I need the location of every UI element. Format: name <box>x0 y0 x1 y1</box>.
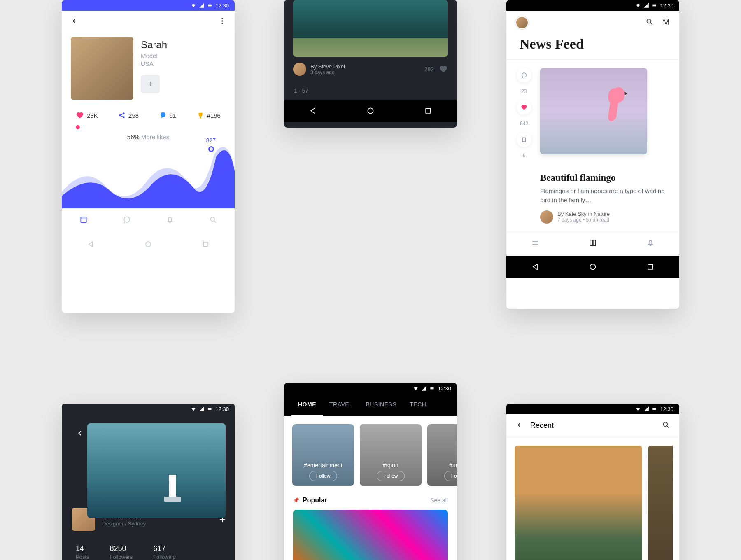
nav-recent-icon[interactable] <box>646 263 655 271</box>
avatar[interactable] <box>515 16 529 29</box>
cat-sport[interactable]: #sport Follow <box>360 424 422 486</box>
post-title[interactable]: Beautiful flamingo <box>506 173 679 183</box>
menu-icon[interactable] <box>531 239 539 249</box>
search-icon[interactable] <box>662 421 670 431</box>
nav-home-icon[interactable] <box>589 263 597 271</box>
follow-button[interactable]: Follow <box>377 471 405 481</box>
nav-back-icon[interactable] <box>309 107 317 115</box>
add-button[interactable]: + <box>141 75 160 93</box>
avatar[interactable] <box>71 37 133 100</box>
hero-image[interactable] <box>293 510 448 560</box>
status-time: 12:30 <box>215 406 229 412</box>
tab-travel[interactable]: TRAVEL <box>323 394 359 416</box>
cat-urban[interactable]: #urban Follow <box>427 424 457 486</box>
category-tabs: HOME TRAVEL BUSINESS TECH <box>284 394 457 416</box>
follow-button[interactable]: Follow <box>309 471 338 481</box>
svg-point-3 <box>221 20 223 21</box>
status-time: 12:30 <box>660 406 673 412</box>
tab-tech[interactable]: TECH <box>403 394 433 416</box>
wifi-icon <box>635 406 641 412</box>
comments-count: 91 <box>170 112 177 119</box>
bell-icon[interactable] <box>646 239 655 249</box>
battery-icon <box>652 2 657 8</box>
nav-home-icon[interactable] <box>366 107 375 115</box>
rank: #196 <box>207 112 221 119</box>
svg-rect-22 <box>648 264 653 269</box>
gallery-image-1[interactable] <box>515 446 642 560</box>
status-time: 12:30 <box>660 2 673 9</box>
author-name: By Kate Sky in Nature <box>557 211 610 217</box>
post-detail-dark: By Steve Pixel 3 days ago 282 1 · 57 <box>284 0 457 128</box>
status-bar: 12:30 <box>506 0 679 11</box>
view-count: 282 <box>424 66 434 72</box>
post-image[interactable] <box>540 68 647 154</box>
tab-home[interactable] <box>79 216 88 226</box>
profile-country: USA <box>141 60 167 67</box>
author-block[interactable]: By Steve Pixel 3 days ago <box>293 63 345 76</box>
system-nav <box>284 100 457 122</box>
tab-search[interactable] <box>209 216 217 226</box>
nav-recent-icon[interactable] <box>202 240 210 248</box>
tab-bell[interactable] <box>166 216 174 226</box>
tab-chat[interactable] <box>123 216 131 226</box>
status-bar: 12:30 <box>284 383 457 394</box>
header <box>62 11 235 33</box>
status-bar: 12:30 <box>62 0 235 11</box>
status-bar: 12:30 <box>62 404 235 414</box>
svg-rect-23 <box>208 408 212 410</box>
follow-button[interactable]: Follow <box>444 471 457 481</box>
heart-icon[interactable] <box>439 65 448 74</box>
battery-icon <box>207 2 213 8</box>
page-title: News Feed <box>506 35 679 59</box>
back-icon[interactable] <box>515 421 523 430</box>
see-all-link[interactable]: See all <box>430 497 448 504</box>
svg-point-17 <box>663 20 664 21</box>
heart-icon <box>76 111 84 119</box>
back-icon[interactable] <box>76 429 84 439</box>
system-nav <box>62 232 235 256</box>
signal-icon <box>421 385 427 391</box>
more-icon[interactable] <box>218 17 226 27</box>
comment-icon <box>159 112 167 119</box>
comments-chip[interactable] <box>517 68 531 83</box>
slider-handle[interactable] <box>76 125 80 129</box>
svg-rect-12 <box>204 242 208 247</box>
chart-wave <box>62 142 235 208</box>
profile-role: Designer / Sydney <box>102 520 146 527</box>
stat-following[interactable]: 617Following <box>153 544 176 560</box>
battery-icon <box>429 385 435 391</box>
section-title: 📌Popular <box>293 497 327 504</box>
settings-icon[interactable] <box>662 18 670 28</box>
stat-followers[interactable]: 8250Followers <box>110 544 133 560</box>
search-icon[interactable] <box>645 18 654 28</box>
likes-chip[interactable] <box>517 100 531 115</box>
page-title: Recent <box>530 421 554 430</box>
bookmark-chip[interactable] <box>517 132 531 147</box>
wifi-icon <box>191 406 196 412</box>
stats: 14Posts 8250Followers 617Following <box>62 532 235 560</box>
likes-count: 23K <box>87 112 98 119</box>
status-time: 12:30 <box>215 2 229 9</box>
author-name: By Steve Pixel <box>310 63 345 70</box>
nav-home-icon[interactable] <box>144 240 152 248</box>
back-icon[interactable] <box>70 17 78 27</box>
nav-back-icon[interactable] <box>531 263 539 271</box>
reader-icon[interactable] <box>589 239 597 249</box>
gallery <box>506 437 679 560</box>
tab-business[interactable]: BUSINESS <box>359 394 403 416</box>
cover-image[interactable] <box>87 423 226 518</box>
post-image[interactable] <box>293 0 448 57</box>
stat-posts[interactable]: 14Posts <box>76 544 89 560</box>
tab-home[interactable]: HOME <box>291 394 323 416</box>
cat-entertainment[interactable]: #entertainment Follow <box>292 424 354 486</box>
news-home-screen: 12:30 HOME TRAVEL BUSINESS TECH #enterta… <box>284 383 457 560</box>
news-feed-screen: 12:30 News Feed 23 642 6 Beautiful flami… <box>506 0 679 309</box>
profile-name: Sarah <box>141 39 167 51</box>
nav-recent-icon[interactable] <box>424 107 432 115</box>
post-meta: 7 days ago • 5 min read <box>557 217 610 223</box>
gallery-image-2[interactable] <box>648 446 673 560</box>
post-excerpt: Flamingos or flamingoes are a type of wa… <box>506 183 679 205</box>
nav-back-icon[interactable] <box>87 240 94 248</box>
author-block[interactable]: By Kate Sky in Nature 7 days ago • 5 min… <box>506 205 679 232</box>
share-icon <box>118 112 126 119</box>
